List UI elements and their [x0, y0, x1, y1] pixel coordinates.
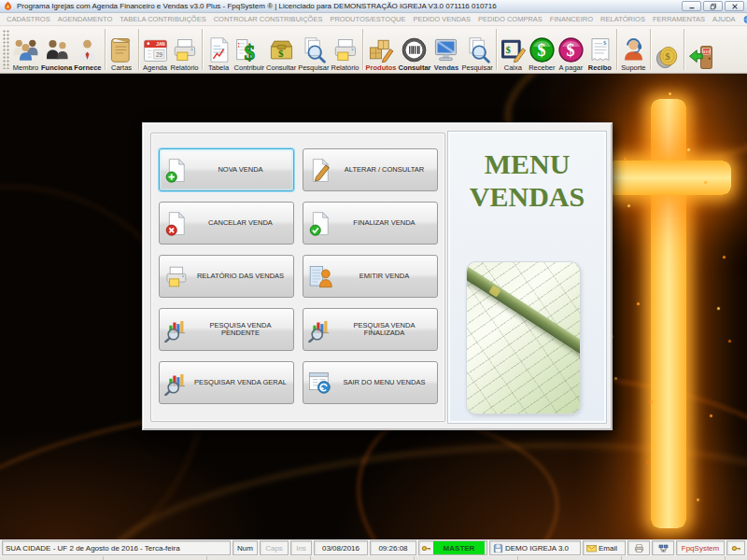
menu-vendas-panel: MENU VENDAS [448, 132, 606, 423]
button-label: SAIR DO MENU VENDAS [335, 379, 437, 386]
menu-item-email[interactable]: E-MAIL [740, 15, 747, 24]
toolbar-label: A pagar [558, 64, 583, 72]
toolbar-label: Receber [529, 64, 555, 72]
svg-text:EXIT: EXIT [703, 50, 711, 54]
new-sale-icon [160, 158, 191, 183]
application-window: Programa Igrejas com Agenda Financeiro e… [0, 0, 747, 560]
desktop-background: NOVA VENDA ALTERAR / CONSULTAR CANCELAR … [0, 74, 747, 539]
cancelar-venda-button[interactable]: CANCELAR VENDA [159, 202, 294, 245]
minimize-button[interactable] [682, 1, 701, 11]
email-icon [586, 543, 597, 553]
svg-text:$: $ [506, 45, 511, 55]
finalizar-venda-button[interactable]: FINALIZAR VENDA [303, 202, 438, 245]
toolbar-button-contribuir[interactable]: $Contribuir [233, 26, 266, 73]
menu-item-controlar-constribuicoes[interactable]: CONTROLAR CONSTRIBUIÇÕES [210, 15, 327, 23]
toolbar-button-sair[interactable]: EXIT [686, 26, 715, 73]
relatorio-das-vendas-button[interactable]: RELATÓRIO DAS VENDAS [159, 255, 294, 298]
exit-door-icon: EXIT [687, 43, 714, 72]
status-location-text: SUA CIDADE - UF 2 de Agosto de 2016 - Te… [6, 544, 180, 553]
calendar-icon: JAN29 [142, 35, 169, 64]
pen-ledger-image [467, 262, 580, 413]
toolbar-label: Suporte [621, 64, 645, 72]
toolbar-label: Cartas [111, 64, 132, 72]
svg-text:$: $ [603, 39, 607, 46]
supplier-icon [74, 35, 101, 64]
toolbar-button-agenda[interactable]: JAN29Agenda [141, 26, 170, 73]
toolbar-button-funcionario[interactable]: Funciona [40, 26, 73, 73]
status-network-button[interactable] [652, 540, 674, 555]
status-printer-button[interactable] [627, 540, 650, 555]
toolbar-separator [362, 29, 363, 70]
sair-do-menu-vendas-button[interactable]: SAIR DO MENU VENDAS [303, 361, 438, 404]
toolbar-grip [3, 30, 10, 69]
menu-item-financeiro[interactable]: FINANCEIRO [546, 15, 597, 23]
menu-item-produtos-estoque[interactable]: PRODUTOS/ESTOQUE [326, 15, 409, 23]
toolbar-separator [105, 29, 106, 70]
coin-icon: $ [654, 43, 681, 72]
network-icon [658, 543, 669, 553]
light-streak [87, 421, 747, 539]
key-icon [731, 543, 741, 553]
nova-venda-button[interactable]: NOVA VENDA [159, 148, 294, 191]
window-title: Programa Igrejas com Agenda Financeiro e… [17, 2, 497, 10]
toolbar-button-fornecedor[interactable]: Fornece [73, 26, 102, 73]
status-caps-lock: Caps [260, 540, 289, 555]
menu-item-tabela-contribuicoes[interactable]: TABELA CONTRIBUIÇÕES [116, 15, 209, 23]
menu-item-pedido-compras[interactable]: PEDIDO COMPRAS [474, 15, 546, 23]
bottom-panel-strip [0, 556, 747, 560]
menu-bar: CADASTROS AGENDAMENTO TABELA CONTRIBUIÇÕ… [0, 13, 747, 26]
toolbar-button-relatorio-agenda[interactable]: Relatório [170, 26, 200, 73]
toolbar-button-pesquisar-contribuicao[interactable]: Pesquisar [297, 26, 330, 73]
menu-item-relatorios[interactable]: RELATÓRIOS [597, 15, 649, 23]
num-lock-label: Num [237, 544, 253, 553]
pink-dollar-icon: $ [557, 35, 585, 64]
status-key-button [726, 540, 745, 555]
cashbook-icon: $ [500, 35, 527, 64]
menu-item-pedido-vendas[interactable]: PEDIDO VENDAS [409, 15, 474, 23]
report-icon [331, 35, 359, 64]
letters-icon [108, 35, 135, 64]
toolbar-button-caixa[interactable]: $Caixa [499, 26, 528, 73]
toolbar-button-suporte[interactable]: Suporte [619, 26, 648, 73]
svg-text:$: $ [245, 39, 256, 63]
pesquisa-venda-pendente-button[interactable]: PESQUISA VENDA PENDENTE [159, 308, 294, 351]
toolbar-button-produtos[interactable]: Produtos [365, 26, 398, 73]
menu-item-ajuda[interactable]: AJUDA [709, 15, 740, 23]
status-date: 03/08/2016 [314, 540, 368, 555]
menu-item-ferramentas[interactable]: FERRAMENTAS [649, 15, 709, 23]
toolbar-button-cartas[interactable]: Cartas [107, 26, 136, 73]
toolbar-button-tabela[interactable]: Tabela [204, 26, 233, 73]
toolbar-button-moeda[interactable]: $ [653, 26, 682, 73]
restore-button[interactable] [703, 1, 723, 11]
toolbar-label: Contribuir [234, 64, 265, 72]
status-brand: FpqSystem [676, 540, 725, 555]
toolbar-button-vendas[interactable]: Vendas [431, 26, 460, 73]
products-boxes-icon [368, 35, 395, 64]
toolbar-label: Relatório [331, 64, 359, 72]
toolbar-button-pesquisar-vendas[interactable]: Pesquisar [460, 26, 493, 73]
emitir-venda-button[interactable]: EMITIR VENDA [303, 255, 438, 298]
toolbar-button-relatorio-contribuicao[interactable]: Relatório [331, 26, 360, 73]
barcode-icon [401, 35, 428, 64]
minimize-icon [688, 3, 696, 10]
toolbar-button-receber[interactable]: $Receber [528, 26, 557, 73]
pesquisar-venda-geral-button[interactable]: PESQUISAR VENDA GERAL [159, 361, 294, 404]
search-sale-icon [160, 371, 191, 396]
toolbar-label: Recibo [588, 64, 612, 72]
toolbar-button-consultar-produtos[interactable]: Consultar [397, 26, 431, 73]
status-email-button[interactable]: Email [583, 540, 626, 555]
toolbar-button-a-pagar[interactable]: $A pagar [557, 26, 585, 73]
alterar-consultar-button[interactable]: ALTERAR / CONSULTAR [303, 148, 438, 191]
toolbar-button-membro[interactable]: Membro [11, 26, 40, 73]
close-button[interactable] [725, 1, 744, 11]
glowing-cross-arm [606, 161, 731, 195]
printer-icon [634, 543, 644, 553]
menu-item-cadastros[interactable]: CADASTROS [3, 15, 54, 23]
search-sale-icon [160, 317, 191, 343]
menu-item-agendamento[interactable]: AGENDAMENTO [54, 15, 117, 23]
pesquisa-venda-finalizada-button[interactable]: PESQUISA VENDA FINALIZADA [303, 308, 438, 351]
toolbar-button-recibo[interactable]: $Recibo [585, 26, 614, 73]
button-label: PESQUISA VENDA PENDENTE [191, 322, 293, 338]
button-label: EMITIR VENDA [335, 273, 437, 280]
toolbar-button-consultar-contribuicao[interactable]: $Consultar [265, 26, 297, 73]
